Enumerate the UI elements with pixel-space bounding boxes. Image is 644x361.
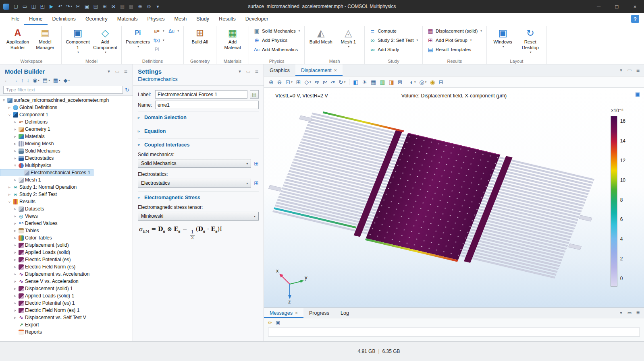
tree-item[interactable]: ▹Mesh 1 bbox=[0, 176, 133, 184]
add-component-button[interactable]: ◇Add Component▾ bbox=[92, 27, 118, 55]
zoom-quick-icon[interactable]: ⊕ bbox=[136, 2, 144, 11]
cut-icon[interactable]: ✂ bbox=[74, 2, 82, 11]
menu-mesh[interactable]: Mesh bbox=[170, 13, 192, 25]
show-icon[interactable]: ◉▾ bbox=[33, 77, 39, 83]
close-tab-icon[interactable]: × bbox=[334, 68, 337, 73]
menu-results[interactable]: Results bbox=[214, 13, 241, 25]
copy-messages-icon[interactable]: ▣ bbox=[276, 320, 280, 326]
collapse-icon[interactable]: ▿ bbox=[7, 113, 12, 117]
maximize-icon[interactable]: □ bbox=[608, 0, 626, 13]
save-icon[interactable]: ◫ bbox=[29, 2, 38, 11]
float-panel-icon[interactable]: ▭ bbox=[245, 69, 251, 74]
messages-content[interactable] bbox=[268, 328, 640, 336]
tree-item[interactable]: ▹8.5Derived Values bbox=[0, 220, 133, 227]
float-panel-icon[interactable]: ▭ bbox=[114, 69, 120, 74]
windows-button[interactable]: ▣Windows▾ bbox=[490, 27, 516, 49]
rename-button[interactable]: ▤ bbox=[250, 90, 259, 99]
filter-input[interactable] bbox=[3, 86, 123, 94]
view-zx-plane-icon[interactable]: zx bbox=[330, 80, 335, 84]
tree-item[interactable]: ▹Tables bbox=[0, 227, 133, 234]
menu-home[interactable]: Home bbox=[24, 13, 47, 25]
tree-item[interactable]: ▹Electrostatics bbox=[0, 155, 133, 162]
expand-icon[interactable]: ▹ bbox=[13, 221, 17, 225]
save-to-recovery-icon[interactable]: ◰ bbox=[38, 2, 47, 11]
tree-item[interactable]: ↗Export bbox=[0, 321, 133, 328]
label-input[interactable] bbox=[155, 90, 247, 99]
section-domain-selection[interactable]: ▹ Domain Selection bbox=[138, 111, 259, 123]
clear-messages-icon[interactable]: ✏ bbox=[268, 320, 272, 326]
lock-view-icon[interactable]: ⊠ bbox=[398, 79, 403, 85]
go-to-solid-mechanics-icon[interactable]: ⊞ bbox=[254, 160, 259, 167]
plot-area[interactable]: VtestL=0 V, VtestR=2 V Volume: Displacem… bbox=[264, 88, 644, 307]
tree-item[interactable]: ▹Applied Loads (solid) 1 bbox=[0, 292, 133, 299]
float-panel-icon[interactable]: ▭ bbox=[627, 310, 632, 316]
section-equation[interactable]: ▹ Equation bbox=[138, 125, 259, 136]
move-down-icon[interactable]: ↓ bbox=[27, 77, 30, 83]
tree-item[interactable]: ▹Electric Potential (es) bbox=[0, 256, 133, 263]
expand-icon[interactable]: ▹ bbox=[13, 207, 17, 211]
expand-icon[interactable]: ▹ bbox=[13, 214, 17, 218]
expand-icon[interactable]: ▹ bbox=[13, 178, 17, 182]
minimize-icon[interactable]: ─ bbox=[590, 0, 608, 13]
move-up-icon[interactable]: ↑ bbox=[21, 77, 24, 83]
tree-item[interactable]: ▹Electric Field Norm (es) bbox=[0, 263, 133, 270]
expand-icon[interactable]: ▹ bbox=[13, 243, 17, 247]
tree-item[interactable]: Electromechanical Forces 1 bbox=[0, 169, 93, 176]
add-plot-group-button[interactable]: ⊞Add Plot Group▾ bbox=[426, 36, 484, 45]
open-file-icon[interactable]: ▭ bbox=[21, 2, 29, 11]
show-legends-icon[interactable]: ▥ bbox=[380, 79, 385, 85]
tree-item[interactable]: ▹∞Study 1: Normal Operation bbox=[0, 184, 133, 191]
view-yz-plane-icon[interactable]: yz bbox=[323, 80, 327, 84]
print-icon[interactable]: ⊟ bbox=[438, 79, 443, 85]
accelerometer-3d-plot[interactable] bbox=[264, 88, 644, 307]
copy-icon[interactable]: ▣ bbox=[83, 2, 91, 11]
menu-definitions[interactable]: Definitions bbox=[48, 13, 81, 25]
add-mathematics-button[interactable]: ΔuAdd Mathematics bbox=[252, 45, 301, 54]
displacement-solid-button[interactable]: ▦Displacement (solid)▾ bbox=[426, 27, 484, 35]
tree-item[interactable]: ▹Applied Loads (solid) bbox=[0, 249, 133, 256]
view-xy-plane-icon[interactable]: xy bbox=[315, 80, 319, 84]
panel-menu-icon[interactable]: ≣ bbox=[123, 69, 129, 74]
collapse-icon[interactable]: ▿ bbox=[13, 163, 17, 167]
expand-icon[interactable]: ▹ bbox=[7, 105, 12, 109]
build-all-button[interactable]: ⊞Build All bbox=[187, 27, 213, 46]
expand-icon[interactable]: ▹ bbox=[7, 192, 12, 196]
select-quick-icon[interactable]: ⊙ bbox=[145, 2, 153, 11]
rotate-view-icon[interactable]: ↻▾ bbox=[339, 79, 345, 85]
expand-icon[interactable]: ▹ bbox=[13, 156, 17, 160]
collapse-icon[interactable]: ▿ bbox=[7, 200, 12, 204]
section-electromagnetic-stress[interactable]: ▿ Electromagnetic Stress bbox=[138, 191, 259, 203]
menu-developer[interactable]: Developer bbox=[241, 13, 273, 25]
help-button[interactable]: ? bbox=[631, 15, 639, 23]
zoom-in-icon[interactable]: ⊕ bbox=[269, 79, 274, 85]
messages-tab-log[interactable]: Log bbox=[335, 308, 355, 318]
minimize-panel-icon[interactable]: ▾ bbox=[106, 69, 112, 74]
expand-icon[interactable]: ▹ bbox=[13, 142, 17, 146]
tree-item[interactable]: ▹∿Sense V vs. Acceleration bbox=[0, 278, 133, 285]
tree-item[interactable]: ▹Color Tables bbox=[0, 234, 133, 241]
expand-icon[interactable]: ▹ bbox=[13, 250, 17, 254]
tree-item[interactable]: ▹a=Definitions bbox=[0, 118, 133, 126]
menu-geometry[interactable]: Geometry bbox=[81, 13, 112, 25]
tree-item[interactable]: ▹Displacement (solid) 1 bbox=[0, 285, 133, 292]
tree-item[interactable]: ▹Geometry 1 bbox=[0, 126, 133, 133]
scene-light-icon[interactable]: ☀ bbox=[362, 79, 367, 85]
close-tab-icon[interactable]: × bbox=[295, 310, 298, 316]
material-color-icon[interactable]: ◨ bbox=[389, 79, 394, 85]
expand-icon[interactable]: ▹ bbox=[13, 229, 17, 233]
table-disabled-icon[interactable]: ▦ bbox=[118, 2, 127, 11]
study-2-self-test-button[interactable]: ∞Study 2: Self Test▾ bbox=[368, 36, 420, 45]
tree-item[interactable]: ▿Results bbox=[0, 198, 133, 205]
functions-button[interactable]: f(x)▾ bbox=[152, 36, 166, 45]
tree-item[interactable]: ▹Electric Potential (es) 1 bbox=[0, 299, 133, 307]
electrostatics-select[interactable]: Electrostatics ▾ bbox=[138, 179, 251, 188]
panel-menu-icon[interactable]: ≣ bbox=[635, 310, 641, 316]
model-manager-button[interactable]: ▤Model Manager bbox=[32, 27, 58, 52]
delete-icon[interactable]: ⊠ bbox=[109, 2, 118, 11]
settings-subtitle[interactable]: Electromechanics bbox=[133, 76, 264, 86]
menu-physics[interactable]: Physics bbox=[142, 13, 169, 25]
customize-toolbar-icon[interactable]: ▾ bbox=[154, 2, 162, 11]
close-icon[interactable]: × bbox=[626, 0, 644, 13]
expand-icon[interactable]: ▹ bbox=[13, 294, 17, 298]
variables-button[interactable]: a=▾ bbox=[152, 27, 166, 35]
